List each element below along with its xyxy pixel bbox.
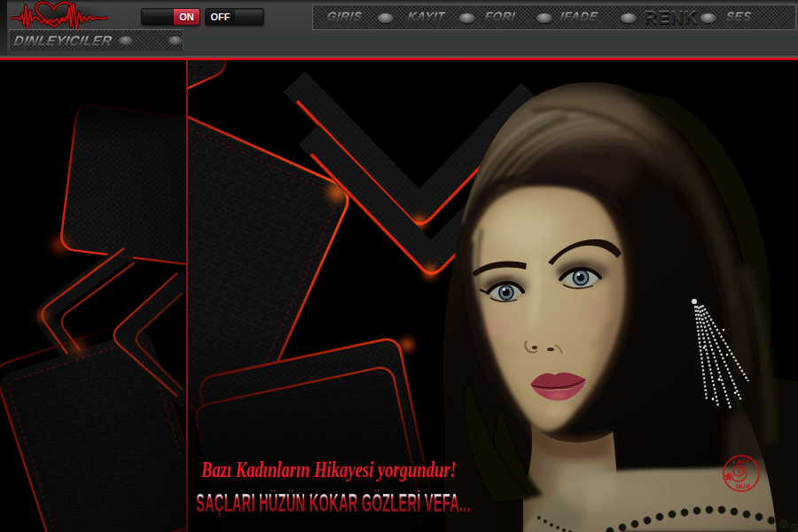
svg-text:NUR: NUR bbox=[736, 482, 751, 490]
svg-text:LADY: LADY bbox=[732, 458, 749, 465]
